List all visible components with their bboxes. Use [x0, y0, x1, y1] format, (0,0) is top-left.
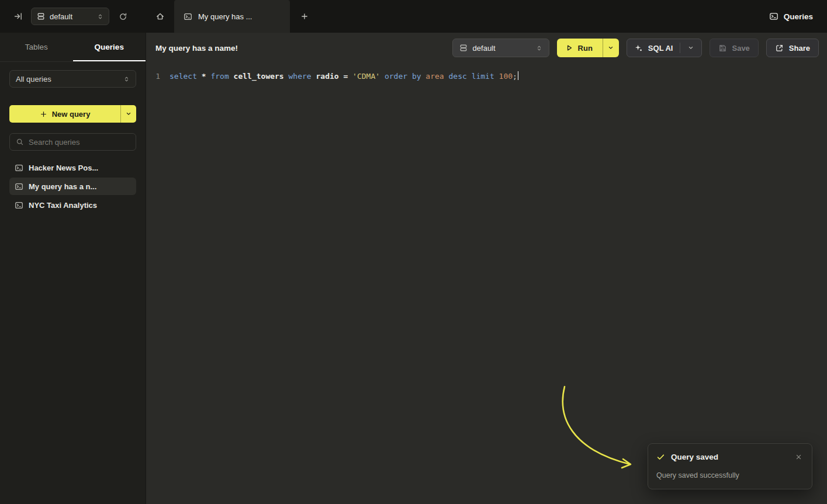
sidebar-tab-queries[interactable]: Queries [73, 33, 146, 61]
search-icon [16, 138, 24, 146]
query-list-item[interactable]: Hacker News Pos... [9, 159, 136, 176]
queries-button-label: Queries [784, 12, 813, 21]
database-selector-value: default [50, 12, 92, 21]
sql-ai-button[interactable]: SQL AI [627, 39, 703, 57]
select-chevrons-icon [536, 45, 542, 51]
query-list: Hacker News Pos... My query has a n... N… [9, 159, 136, 214]
chevron-down-icon [607, 44, 614, 51]
main-database-selector[interactable]: default [452, 39, 549, 57]
sidebar-tab-tables[interactable]: Tables [0, 33, 73, 61]
new-query-button[interactable]: New query [9, 105, 120, 123]
refresh-icon [119, 12, 127, 21]
code-line-row: 1 select * from cell_towers where radio … [146, 71, 827, 82]
tab-label: My query has ... [198, 12, 252, 21]
database-icon [459, 44, 468, 52]
query-icon [15, 201, 23, 210]
new-query-options-button[interactable] [121, 105, 136, 123]
main-database-value: default [473, 44, 531, 53]
line-number: 1 [153, 71, 160, 82]
query-list-item[interactable]: NYC Taxi Analytics [9, 196, 136, 214]
save-label: Save [732, 44, 749, 53]
query-filter-value: All queries [16, 75, 51, 84]
app-window: default My query has ... Queries [0, 0, 827, 504]
query-item-label: NYC Taxi Analytics [29, 201, 97, 210]
query-icon [15, 164, 23, 172]
refresh-button[interactable] [115, 9, 130, 24]
main-area: My query has a name! default Run [146, 33, 827, 504]
save-icon [718, 44, 727, 53]
query-header: My query has a name! default Run [146, 33, 827, 63]
new-query-label: New query [52, 110, 91, 119]
chevron-down-icon [125, 110, 132, 117]
tab-active-query[interactable]: My query has ... [174, 0, 290, 33]
query-item-label: My query has a n... [29, 182, 96, 191]
new-query-button-group: New query [9, 105, 136, 123]
divider [680, 43, 680, 53]
query-list-item-selected[interactable]: My query has a n... [9, 178, 136, 195]
header-controls: default Run SQL AI [452, 39, 819, 57]
toast-title: Query saved [671, 453, 718, 461]
run-label: Run [578, 44, 593, 53]
query-title: My query has a name! [155, 44, 238, 53]
select-chevrons-icon [123, 76, 130, 82]
query-icon [769, 12, 778, 21]
topbar-left: default [0, 8, 146, 25]
collapse-sidebar-icon [13, 12, 23, 21]
share-button[interactable]: Share [766, 39, 819, 57]
run-button[interactable]: Run [557, 39, 603, 57]
chevron-down-icon [687, 44, 694, 51]
plus-icon [40, 110, 47, 118]
toast-header: Query saved [656, 451, 804, 462]
close-icon [795, 453, 802, 461]
play-icon [565, 44, 573, 52]
plus-icon [300, 12, 309, 20]
sparkle-icon [634, 44, 643, 53]
query-filter-select[interactable]: All queries [9, 70, 136, 88]
toast-message: Query saved successfully [656, 471, 804, 479]
select-chevrons-icon [97, 13, 103, 20]
run-button-group: Run [557, 39, 619, 57]
query-icon [15, 182, 23, 191]
query-icon [184, 12, 192, 21]
home-icon [155, 12, 165, 21]
queries-button[interactable]: Queries [769, 12, 813, 21]
topbar: default My query has ... Queries [0, 0, 827, 33]
search-queries-box [9, 133, 136, 151]
run-options-button[interactable] [603, 39, 619, 57]
topbar-database-selector[interactable]: default [31, 8, 109, 25]
toast-query-saved: Query saved Query saved successfully [648, 443, 812, 489]
topbar-right: Queries [769, 12, 827, 21]
tab-home[interactable] [146, 0, 174, 33]
query-item-label: Hacker News Pos... [29, 164, 98, 172]
sidebar-tabs: Tables Queries [0, 33, 146, 62]
tab-bar: My query has ... [146, 0, 319, 33]
share-icon [775, 44, 784, 53]
code-line: select * from cell_towers where radio = … [169, 71, 518, 82]
sql-editor[interactable]: 1 select * from cell_towers where radio … [146, 63, 827, 82]
collapse-sidebar-button[interactable] [11, 9, 26, 24]
share-label: Share [789, 44, 810, 53]
search-queries-input[interactable] [29, 138, 132, 147]
save-button[interactable]: Save [710, 39, 758, 57]
sidebar: Tables Queries All queries New query [0, 33, 146, 504]
sql-ai-label: SQL AI [648, 44, 673, 53]
check-icon [656, 453, 665, 461]
toast-close-button[interactable] [793, 451, 804, 462]
database-icon [37, 12, 45, 20]
sidebar-body: All queries New query Ha [0, 62, 146, 222]
add-tab-button[interactable] [290, 0, 319, 33]
